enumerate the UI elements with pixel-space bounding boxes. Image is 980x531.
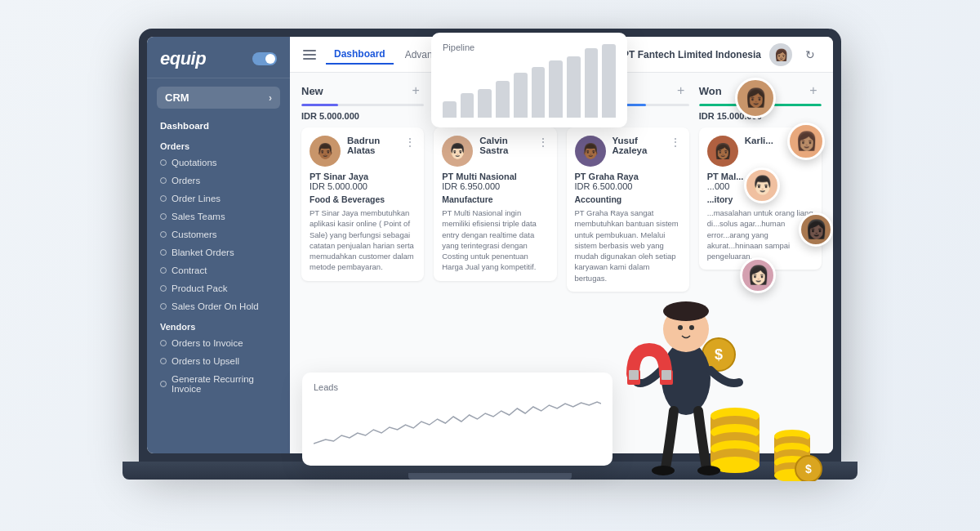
leads-title: Leads: [314, 382, 601, 392]
nav-circle-order-lines: [160, 195, 167, 202]
card-avatar-new: 👨🏾: [310, 136, 341, 167]
card-amount-new: IDR 5.000.000: [310, 181, 416, 191]
pipeline-bar-chart: [443, 60, 616, 118]
card-menu-proposition[interactable]: ⋮: [670, 136, 681, 149]
sidebar-nav: DashboardOrdersQuotationsOrdersOrder Lin…: [147, 117, 290, 453]
card-header-new: 👨🏾 Badrun Alatas ⋮: [310, 136, 416, 167]
nav-item-blanket-orders[interactable]: Blanket Orders: [147, 243, 290, 261]
nav-item-orders-to-upsell[interactable]: Orders to Upsell: [147, 352, 290, 370]
card-tag-proposition: Accounting: [575, 194, 681, 204]
nav-label-orders: Orders: [172, 176, 200, 185]
nav-item-contract[interactable]: Contract: [147, 261, 290, 279]
card-name-new: Badrun Alatas: [347, 136, 404, 155]
nav-label-sales-teams: Sales Teams: [172, 212, 225, 221]
svg-point-6: [697, 466, 720, 475]
nav-circle-sales-teams: [160, 213, 167, 220]
logo: equip: [160, 48, 206, 69]
nav-item-sales-teams[interactable]: Sales Teams: [147, 207, 290, 225]
sidebar: equip CRM › DashboardOrdersQuotationsOrd…: [147, 37, 290, 453]
svg-point-5: [652, 466, 675, 475]
column-add-won[interactable]: +: [805, 83, 822, 99]
svg-point-4: [689, 325, 694, 330]
nav-label-orders-to-invoice: Orders to Invoice: [172, 338, 243, 348]
card-amount-qualified: IDR 6.950.000: [442, 181, 548, 191]
nav-item-product-pack[interactable]: Product Pack: [147, 279, 290, 297]
card-desc-qualified: PT Multi Nasional ingin memiliki efisien…: [442, 207, 548, 273]
nav-label-contract: Contract: [172, 266, 207, 275]
nav-circle-contract: [160, 267, 167, 274]
column-progress-fill-new: [301, 104, 338, 106]
nav-circle-orders-to-upsell: [160, 358, 167, 364]
pipeline-bar-0: [443, 101, 457, 118]
nav-item-orders[interactable]: Orders: [147, 172, 290, 190]
card-menu-qualified[interactable]: ⋮: [537, 136, 549, 149]
nav-label-blanket-orders: Blanket Orders: [172, 248, 234, 257]
nav-item-dashboard[interactable]: Dashboard: [147, 117, 290, 135]
nav-label-customers: Customers: [172, 230, 217, 239]
nav-label-order-lines: Order Lines: [172, 194, 220, 203]
topbar-right: PT Fantech Limited Indonesia 👩🏽 ↻: [622, 43, 820, 66]
column-add-new[interactable]: +: [408, 83, 424, 99]
column-title-won: Won: [699, 85, 722, 97]
svg-text:$: $: [805, 462, 812, 475]
nav-label-product-pack: Product Pack: [172, 283, 227, 293]
card-header-qualified: 👨🏻 Calvin Sastra ⋮: [442, 136, 548, 167]
column-add-proposition[interactable]: +: [673, 83, 689, 99]
leads-line-chart: [314, 399, 601, 456]
nav-label-orders-to-upsell: Orders to Upsell: [172, 356, 239, 366]
hamburger-icon[interactable]: [303, 50, 316, 60]
pipeline-bar-7: [567, 56, 581, 118]
card-avatar-qualified: 👨🏻: [442, 136, 473, 167]
toggle-button[interactable]: [252, 52, 277, 65]
magnet-character: [621, 256, 751, 484]
nav-circle-orders: [160, 177, 167, 184]
company-name: PT Fantech Limited Indonesia: [622, 49, 761, 60]
card-menu-new[interactable]: ⋮: [404, 136, 416, 149]
pipeline-bar-5: [532, 67, 546, 118]
card-tag-new: Food & Beverages: [310, 194, 416, 204]
svg-rect-10: [662, 370, 671, 380]
card-amount-proposition: IDR 6.500.000: [575, 181, 681, 191]
float-avatar-2: 👩🏽: [787, 123, 825, 160]
tab-dashboard[interactable]: Dashboard: [326, 45, 394, 65]
float-avatar-3: 👨🏻: [744, 167, 780, 203]
nav-item-customers[interactable]: Customers: [147, 225, 290, 243]
refresh-icon[interactable]: ↻: [800, 45, 820, 65]
nav-item-quotations[interactable]: Quotations: [147, 154, 290, 172]
kanban-card-new[interactable]: 👨🏾 Badrun Alatas ⋮ PT Sinar Jaya IDR 5.0…: [301, 127, 424, 281]
float-avatar-1: 👩🏾: [735, 78, 776, 118]
card-avatar-proposition: 👨🏾: [575, 136, 606, 167]
column-header-new: New +: [301, 83, 424, 99]
svg-point-2: [663, 301, 709, 321]
nav-label-generate-recurring: Generate Recurring Invoice: [172, 374, 277, 394]
sidebar-header: equip: [147, 37, 290, 78]
nav-item-order-lines[interactable]: Order Lines: [147, 190, 290, 207]
card-header-proposition: 👨🏾 Yusuf Azaleya ⋮: [575, 136, 681, 167]
leads-popup: Leads: [302, 373, 612, 466]
card-company-proposition: PT Graha Raya: [575, 172, 681, 181]
nav-item-sales-order-hold[interactable]: Sales Order On Hold: [147, 297, 290, 315]
crm-selector[interactable]: CRM ›: [157, 87, 280, 109]
nav-section-vendors-section: Vendors: [147, 315, 290, 334]
svg-point-3: [678, 325, 683, 330]
nav-circle-customers: [160, 231, 167, 238]
nav-circle-blanket-orders: [160, 249, 167, 256]
kanban-card-qualified[interactable]: 👨🏻 Calvin Sastra ⋮ PT Multi Nasional IDR…: [434, 127, 556, 281]
pipeline-bar-6: [549, 60, 563, 118]
card-name-qualified: Calvin Sastra: [479, 136, 537, 155]
card-company-qualified: PT Multi Nasional: [442, 172, 548, 181]
nav-label-sales-order-hold: Sales Order On Hold: [172, 301, 259, 311]
svg-rect-9: [629, 370, 639, 380]
nav-circle-generate-recurring: [160, 381, 167, 387]
column-title-new: New: [301, 85, 323, 97]
pipeline-bar-8: [585, 48, 599, 118]
nav-item-generate-recurring[interactable]: Generate Recurring Invoice: [147, 370, 290, 398]
nav-circle-orders-to-invoice: [160, 340, 167, 346]
card-desc-won: ...masalahan untuk orang liang di...solu…: [707, 207, 813, 261]
pipeline-bar-1: [461, 93, 474, 118]
nav-label-dashboard: Dashboard: [160, 121, 209, 131]
column-progress-new: [301, 104, 424, 106]
nav-label-quotations: Quotations: [172, 158, 217, 167]
card-desc-new: PT Sinar Jaya membutuhkan aplikasi kasir…: [310, 207, 416, 273]
nav-item-orders-to-invoice[interactable]: Orders to Invoice: [147, 334, 290, 352]
